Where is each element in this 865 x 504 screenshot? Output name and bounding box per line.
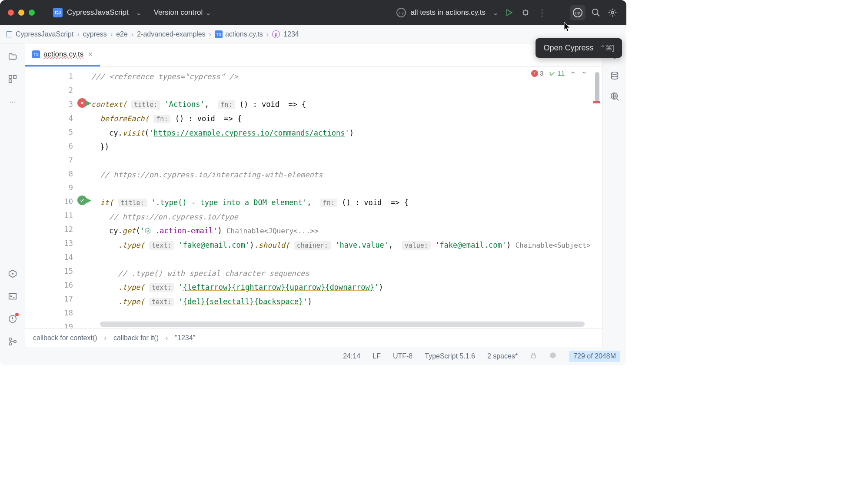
breadcrumb-item[interactable]: CypressJavaScript [16, 30, 73, 38]
terminal-tool-icon[interactable] [7, 291, 18, 302]
breadcrumb-property[interactable]: 1234 [283, 30, 299, 38]
structure-breadcrumb: callback for context() › callback for it… [25, 328, 602, 347]
run-test-icon[interactable]: ▶ [84, 98, 93, 107]
maximize-window-icon[interactable] [29, 10, 35, 16]
svg-point-2 [611, 11, 614, 14]
caret-position[interactable]: 24:14 [343, 352, 360, 360]
svg-rect-5 [9, 80, 11, 83]
close-window-icon[interactable] [8, 10, 14, 16]
run-config-label: all tests in actions.cy.ts [410, 8, 486, 17]
encoding[interactable]: UTF-8 [393, 352, 413, 360]
breadcrumb-item[interactable]: cypress [83, 30, 107, 38]
svg-point-10 [13, 340, 16, 343]
titlebar: CJ CypressJavaScript ⌄ Version control ⌄… [0, 0, 626, 25]
status-indicator-icon[interactable] [549, 351, 557, 361]
error-count[interactable]: ! 3 [531, 70, 543, 77]
structure-tool-icon[interactable] [7, 74, 18, 84]
search-button[interactable] [590, 7, 602, 19]
error-stripe[interactable] [592, 67, 600, 328]
svg-point-8 [9, 338, 11, 341]
error-mark[interactable] [593, 101, 600, 103]
tab-actions[interactable]: TS actions.cy.ts ✕ [25, 43, 100, 66]
ts-file-icon: TS [215, 30, 223, 38]
language-level[interactable]: TypeScript 5.1.6 [425, 352, 475, 360]
chevron-down-icon: ⌄ [136, 8, 142, 17]
project-dropdown[interactable]: CJ CypressJavaScript ⌄ [50, 6, 145, 19]
crumb-item[interactable]: callback for context() [33, 334, 97, 342]
window-controls [8, 10, 35, 16]
code-body[interactable]: /// <reference types="cypress" /> contex… [91, 67, 602, 328]
chevron-right-icon: › [209, 30, 211, 38]
scroll-thumb[interactable] [595, 72, 599, 103]
vcs-label: Version control [154, 8, 203, 17]
svg-point-11 [611, 72, 618, 75]
svg-rect-13 [531, 355, 535, 358]
status-bar: 24:14 LF UTF-8 TypeScript 5.1.6 2 spaces… [0, 347, 626, 365]
chevron-right-icon: › [266, 30, 269, 38]
indent-setting[interactable]: 2 spaces* [487, 352, 518, 360]
project-name: CypressJavaScript [67, 8, 129, 17]
memory-indicator[interactable]: 729 of 2048M [569, 351, 620, 362]
editor-tabs: TS actions.cy.ts ✕ ⋮ [25, 43, 602, 67]
minimize-window-icon[interactable] [18, 10, 24, 16]
svg-rect-3 [9, 76, 11, 78]
vcs-dropdown[interactable]: Version control ⌄ [154, 8, 211, 17]
tab-label: actions.cy.ts [43, 50, 83, 59]
svg-rect-6 [9, 294, 16, 299]
chevron-down-icon: ⌄ [205, 8, 211, 17]
debug-button[interactable] [519, 7, 532, 19]
crumb-item[interactable]: "1234" [175, 334, 195, 342]
weak-warning-count[interactable]: 11 [549, 70, 565, 77]
run-test-icon[interactable]: ▶ [84, 195, 93, 205]
tooltip-shortcut: ⌃⌘] [600, 44, 614, 52]
warning-count-label: 11 [557, 70, 565, 77]
project-tool-icon[interactable] [7, 51, 18, 62]
chevron-right-icon: › [77, 30, 79, 38]
right-tool-strip [602, 43, 626, 347]
line-ending[interactable]: LF [373, 352, 381, 360]
open-cypress-button[interactable]: cy [570, 5, 586, 20]
web-search-icon[interactable] [609, 91, 620, 102]
run-gutter: ▶ ▶ [77, 67, 91, 328]
run-tool-icon[interactable] [7, 269, 18, 279]
vcs-tool-icon[interactable] [7, 336, 18, 347]
close-tab-icon[interactable]: ✕ [88, 51, 93, 58]
breadcrumb: CypressJavaScript › cypress › e2e › 2-ad… [0, 25, 626, 43]
tooltip-label: Open Cypress [543, 43, 593, 53]
svg-point-14 [550, 352, 556, 358]
error-count-label: 3 [540, 70, 543, 77]
problems-tool-icon[interactable] [7, 314, 18, 324]
ts-file-icon: TS [32, 50, 40, 58]
svg-rect-4 [13, 76, 16, 78]
inspection-summary[interactable]: ! 3 11 [531, 70, 587, 77]
breadcrumb-file[interactable]: actions.cy.ts [225, 30, 263, 38]
run-button[interactable] [503, 7, 515, 19]
more-tool-icon[interactable]: ⋯ [7, 96, 18, 107]
settings-button[interactable] [606, 7, 619, 19]
error-icon: ! [531, 70, 538, 77]
chevron-right-icon: › [110, 30, 113, 38]
breadcrumb-item[interactable]: e2e [116, 30, 128, 38]
svg-point-9 [9, 343, 11, 345]
more-menu[interactable]: ⋮ [536, 7, 548, 19]
cypress-icon: cy [396, 8, 406, 17]
mouse-cursor-icon [564, 22, 572, 33]
next-highlight[interactable] [581, 70, 587, 77]
left-tool-strip: ⋯ [0, 43, 25, 347]
chevron-right-icon: › [131, 30, 133, 38]
cypress-icon: cy [573, 8, 582, 17]
prev-highlight[interactable] [570, 70, 576, 77]
line-numbers: 123 456 789 101112 131415 161718 19 [25, 67, 77, 328]
project-icon: CJ [53, 8, 63, 17]
svg-point-1 [592, 9, 598, 15]
code-editor[interactable]: ! 3 11 123 456 789 101112 131 [25, 67, 602, 328]
open-cypress-tooltip: Open Cypress ⌃⌘] [536, 38, 622, 58]
property-icon: p [272, 30, 280, 38]
horizontal-scrollbar[interactable] [100, 322, 585, 327]
database-tool-icon[interactable] [609, 70, 620, 81]
run-config-dropdown[interactable]: cy all tests in actions.cy.ts ⌄ [396, 8, 499, 17]
readonly-lock-icon[interactable] [530, 352, 537, 361]
breadcrumb-item[interactable]: 2-advanced-examples [137, 30, 205, 38]
module-icon [6, 31, 12, 37]
crumb-item[interactable]: callback for it() [113, 334, 159, 342]
